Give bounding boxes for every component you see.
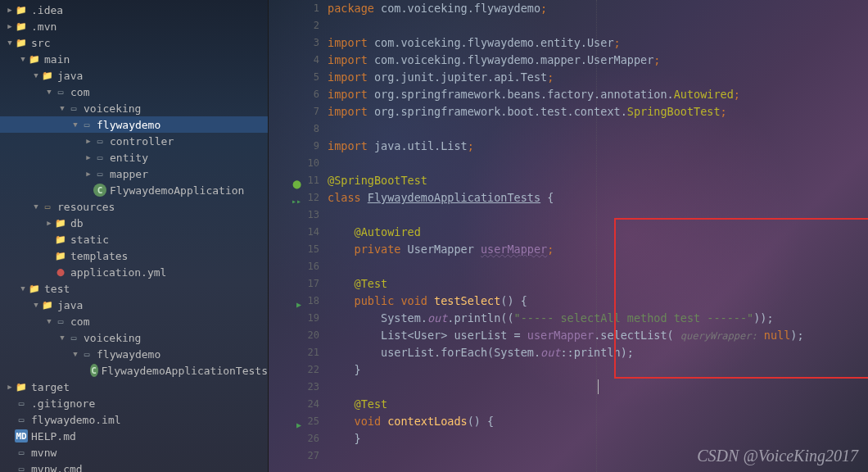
tree-item-flywaydemo[interactable]: ▼▭flywaydemo (0, 346, 268, 362)
tree-item-label: com (70, 86, 89, 98)
expand-arrow-icon[interactable]: ▼ (44, 317, 54, 325)
tree-item-label: db (70, 217, 84, 229)
expand-arrow-icon[interactable]: ▼ (18, 55, 28, 63)
tree-item-label: templates (70, 250, 128, 262)
tree-item-target[interactable]: ▶📁target (0, 379, 268, 395)
tree-item-label: .gitignore (31, 397, 95, 410)
tree-item-label: mvnw.cmd (31, 463, 83, 473)
expand-arrow-icon[interactable]: ▶ (84, 170, 93, 178)
tree-item-label: FlywaydemoApplicationTests (102, 365, 269, 377)
expand-arrow-icon[interactable]: ▶ (84, 137, 93, 145)
tree-item-resources[interactable]: ▼▭resources (0, 198, 268, 215)
tree-item-label: entity (110, 152, 148, 164)
tree-item-static[interactable]: 📁static (0, 231, 268, 247)
tree-item-label: controller (110, 135, 174, 148)
tree-item-flywaydemo-iml[interactable]: ▭flywaydemo.iml (0, 411, 268, 428)
tree-item-label: mapper (110, 168, 148, 180)
spring-icon: ⬤ (292, 175, 301, 185)
tree-item--mvn[interactable]: ▶📁.mvn (0, 18, 268, 34)
tree-item-label: static (70, 234, 109, 246)
run-gutter-icon[interactable]: ▶ (292, 416, 301, 426)
expand-arrow-icon[interactable]: ▼ (57, 104, 67, 112)
expand-arrow-icon[interactable]: ▶ (84, 153, 93, 161)
tree-item-label: HELP.md (31, 430, 76, 442)
tree-item-label: mvnw (31, 447, 57, 459)
tree-item-src[interactable]: ▼📁src (0, 34, 268, 51)
tree-item--idea[interactable]: ▶📁.idea (0, 2, 268, 18)
expand-arrow-icon[interactable]: ▶ (5, 22, 15, 30)
tree-item-label: FlywaydemoApplication (110, 184, 244, 197)
tree-item-label: flywaydemo (97, 119, 160, 131)
tree-item-mvnw[interactable]: ▭mvnw (0, 444, 268, 461)
code-area[interactable]: package com.voiceking.flywaydemo; import… (328, 0, 868, 472)
run-gutter-icon[interactable]: ▸▸ (292, 193, 301, 202)
tree-item-controller[interactable]: ▶▭controller (0, 133, 268, 149)
expand-arrow-icon[interactable]: ▶ (5, 6, 15, 14)
expand-arrow-icon[interactable]: ▼ (31, 301, 41, 309)
tree-item-com[interactable]: ▼▭com (0, 313, 268, 329)
expand-arrow-icon[interactable]: ▼ (70, 120, 80, 129)
project-tree[interactable]: ▶📁.idea▶📁.mvn▼📁src▼📁main▼📁java▼▭com▼▭voi… (0, 0, 269, 472)
tree-item-label: com (70, 315, 89, 328)
expand-arrow-icon[interactable]: ▼ (31, 71, 41, 79)
tree-item-label: flywaydemo.iml (31, 414, 121, 426)
tree-item-java[interactable]: ▼📁java (0, 297, 268, 313)
expand-arrow-icon[interactable]: ▼ (44, 88, 54, 96)
tree-item-label: test (44, 283, 70, 295)
tree-item-voiceking[interactable]: ▼▭voiceking (0, 329, 268, 346)
tree-item-FlywaydemoApplicationTests[interactable]: CFlywaydemoApplicationTests (0, 362, 268, 379)
tree-item-templates[interactable]: 📁templates (0, 247, 268, 264)
tree-item-com[interactable]: ▼▭com (0, 84, 268, 100)
expand-arrow-icon[interactable]: ▼ (5, 39, 15, 47)
tree-item-mapper[interactable]: ▶▭mapper (0, 166, 268, 182)
tree-item-label: flywaydemo (97, 348, 160, 361)
tree-item-java[interactable]: ▼📁java (0, 67, 268, 84)
tree-item-label: .mvn (31, 20, 57, 33)
tree-item-label: voiceking (84, 332, 141, 344)
code-editor[interactable]: 1 2 3 4 5 6 7 8 9 10 ⬤11 ▸▸12 13 14 15 1… (269, 0, 868, 472)
tree-item-application-yml[interactable]: ⬤application.yml (0, 264, 268, 280)
expand-arrow-icon[interactable]: ▼ (57, 334, 67, 342)
tree-item-test[interactable]: ▼📁test (0, 280, 268, 297)
tree-item-label: src (31, 37, 50, 49)
tree-item-label: target (31, 381, 70, 393)
expand-arrow-icon[interactable]: ▶ (5, 383, 15, 391)
tree-item-label: java (57, 299, 83, 311)
tree-item-flywaydemo[interactable]: ▼▭flywaydemo (0, 116, 268, 133)
tree-item-db[interactable]: ▶📁db (0, 215, 268, 231)
editor-gutter: 1 2 3 4 5 6 7 8 9 10 ⬤11 ▸▸12 13 14 15 1… (269, 0, 328, 472)
tree-item--gitignore[interactable]: ▭.gitignore (0, 395, 268, 411)
expand-arrow-icon[interactable]: ▶ (44, 219, 54, 227)
tree-item-label: .idea (31, 4, 63, 16)
tree-item-label: voiceking (84, 102, 141, 115)
tree-item-label: java (57, 70, 83, 82)
tree-item-mvnw-cmd[interactable]: ▭mvnw.cmd (0, 461, 268, 472)
tree-item-label: main (44, 53, 70, 66)
caret (598, 379, 599, 394)
expand-arrow-icon[interactable]: ▼ (18, 284, 28, 293)
tree-item-entity[interactable]: ▶▭entity (0, 149, 268, 166)
tree-item-label: resources (57, 201, 115, 213)
tree-item-FlywaydemoApplication[interactable]: CFlywaydemoApplication (0, 182, 268, 198)
expand-arrow-icon[interactable]: ▼ (70, 350, 80, 358)
tree-item-main[interactable]: ▼📁main (0, 51, 268, 67)
run-gutter-icon[interactable]: ▶ (292, 296, 301, 306)
tree-item-label: application.yml (70, 266, 166, 279)
expand-arrow-icon[interactable]: ▼ (31, 202, 41, 211)
tree-item-HELP-md[interactable]: MDHELP.md (0, 428, 268, 444)
tree-item-voiceking[interactable]: ▼▭voiceking (0, 100, 268, 116)
